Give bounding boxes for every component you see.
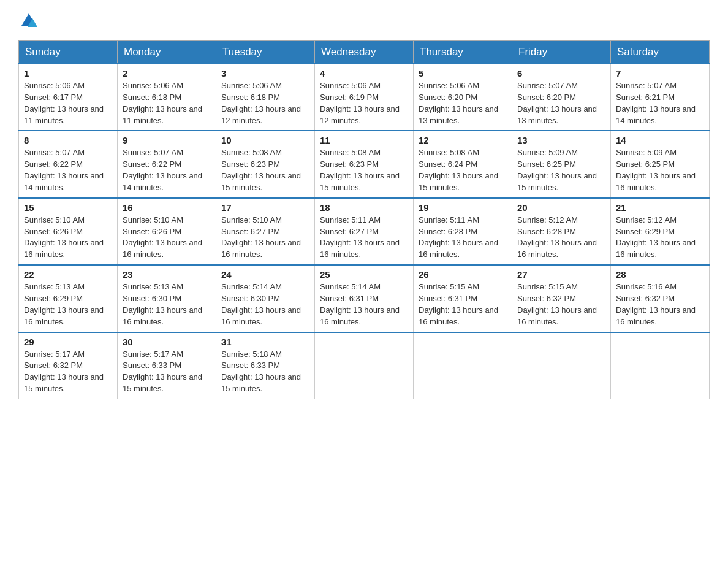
day-number: 25 [320,269,408,280]
week-row-3: 15 Sunrise: 5:10 AMSunset: 6:26 PMDaylig… [19,198,710,265]
day-number: 29 [24,337,112,347]
day-number: 11 [320,135,408,145]
day-info: Sunrise: 5:14 AMSunset: 6:31 PMDaylight:… [320,282,408,327]
day-number: 7 [616,68,704,79]
calendar-cell: 22 Sunrise: 5:13 AMSunset: 6:29 PMDaylig… [19,265,118,332]
day-info: Sunrise: 5:06 AMSunset: 6:19 PMDaylight:… [320,80,408,126]
calendar-header-row: SundayMondayTuesdayWednesdayThursdayFrid… [19,41,710,64]
day-number: 16 [123,202,211,213]
day-number: 5 [419,68,507,79]
calendar-cell: 18 Sunrise: 5:11 AMSunset: 6:27 PMDaylig… [315,198,414,265]
calendar-cell [315,332,414,399]
calendar-cell: 9 Sunrise: 5:07 AMSunset: 6:22 PMDayligh… [118,131,216,197]
day-number: 31 [221,337,309,347]
calendar-cell: 10 Sunrise: 5:08 AMSunset: 6:23 PMDaylig… [216,131,315,197]
day-info: Sunrise: 5:07 AMSunset: 6:22 PMDaylight:… [24,147,112,193]
calendar-cell: 30 Sunrise: 5:17 AMSunset: 6:33 PMDaylig… [118,332,216,399]
day-info: Sunrise: 5:08 AMSunset: 6:23 PMDaylight:… [221,147,309,193]
day-info: Sunrise: 5:06 AMSunset: 6:17 PMDaylight:… [24,80,112,126]
calendar-cell: 6 Sunrise: 5:07 AMSunset: 6:20 PMDayligh… [512,64,611,131]
calendar-cell: 4 Sunrise: 5:06 AMSunset: 6:19 PMDayligh… [315,64,414,131]
calendar-cell: 11 Sunrise: 5:08 AMSunset: 6:23 PMDaylig… [315,131,414,197]
calendar-cell: 21 Sunrise: 5:12 AMSunset: 6:29 PMDaylig… [611,198,710,265]
calendar-cell [512,332,611,399]
calendar-cell: 25 Sunrise: 5:14 AMSunset: 6:31 PMDaylig… [315,265,414,332]
day-number: 6 [517,68,605,79]
calendar-cell: 8 Sunrise: 5:07 AMSunset: 6:22 PMDayligh… [19,131,118,197]
day-header-tuesday: Tuesday [216,41,315,64]
day-number: 23 [123,269,211,280]
logo [18,12,39,29]
day-number: 28 [616,269,704,280]
day-number: 4 [320,68,408,79]
day-info: Sunrise: 5:09 AMSunset: 6:25 PMDaylight:… [517,147,605,193]
day-info: Sunrise: 5:13 AMSunset: 6:29 PMDaylight:… [24,282,112,327]
calendar-cell: 12 Sunrise: 5:08 AMSunset: 6:24 PMDaylig… [414,131,512,197]
calendar-cell: 20 Sunrise: 5:12 AMSunset: 6:28 PMDaylig… [512,198,611,265]
day-header-sunday: Sunday [19,41,118,64]
day-number: 26 [419,269,507,280]
day-info: Sunrise: 5:06 AMSunset: 6:18 PMDaylight:… [123,80,211,126]
day-info: Sunrise: 5:11 AMSunset: 6:28 PMDaylight:… [419,215,507,261]
day-number: 12 [419,135,507,145]
logo-icon [20,12,37,29]
calendar-cell: 28 Sunrise: 5:16 AMSunset: 6:32 PMDaylig… [611,265,710,332]
day-header-saturday: Saturday [611,41,710,64]
day-info: Sunrise: 5:17 AMSunset: 6:32 PMDaylight:… [24,349,112,395]
day-number: 27 [517,269,605,280]
day-number: 21 [616,202,704,213]
day-number: 30 [123,337,211,347]
day-number: 18 [320,202,408,213]
day-info: Sunrise: 5:14 AMSunset: 6:30 PMDaylight:… [221,282,309,327]
day-info: Sunrise: 5:18 AMSunset: 6:33 PMDaylight:… [221,349,309,395]
day-header-wednesday: Wednesday [315,41,414,64]
day-number: 15 [24,202,112,213]
calendar-cell: 23 Sunrise: 5:13 AMSunset: 6:30 PMDaylig… [118,265,216,332]
calendar-cell: 5 Sunrise: 5:06 AMSunset: 6:20 PMDayligh… [414,64,512,131]
day-info: Sunrise: 5:10 AMSunset: 6:27 PMDaylight:… [221,215,309,261]
day-number: 13 [517,135,605,145]
day-info: Sunrise: 5:06 AMSunset: 6:20 PMDaylight:… [419,80,507,126]
week-row-2: 8 Sunrise: 5:07 AMSunset: 6:22 PMDayligh… [19,131,710,197]
calendar-cell: 24 Sunrise: 5:14 AMSunset: 6:30 PMDaylig… [216,265,315,332]
week-row-4: 22 Sunrise: 5:13 AMSunset: 6:29 PMDaylig… [19,265,710,332]
day-number: 24 [221,269,309,280]
calendar-cell: 13 Sunrise: 5:09 AMSunset: 6:25 PMDaylig… [512,131,611,197]
day-info: Sunrise: 5:09 AMSunset: 6:25 PMDaylight:… [616,147,704,193]
day-info: Sunrise: 5:16 AMSunset: 6:32 PMDaylight:… [616,282,704,327]
calendar-cell: 2 Sunrise: 5:06 AMSunset: 6:18 PMDayligh… [118,64,216,131]
day-info: Sunrise: 5:08 AMSunset: 6:24 PMDaylight:… [419,147,507,193]
day-info: Sunrise: 5:07 AMSunset: 6:22 PMDaylight:… [123,147,211,193]
calendar-cell: 3 Sunrise: 5:06 AMSunset: 6:18 PMDayligh… [216,64,315,131]
day-number: 2 [123,68,211,79]
calendar-cell: 16 Sunrise: 5:10 AMSunset: 6:26 PMDaylig… [118,198,216,265]
calendar-cell: 15 Sunrise: 5:10 AMSunset: 6:26 PMDaylig… [19,198,118,265]
day-info: Sunrise: 5:07 AMSunset: 6:20 PMDaylight:… [517,80,605,126]
calendar-cell: 7 Sunrise: 5:07 AMSunset: 6:21 PMDayligh… [611,64,710,131]
week-row-5: 29 Sunrise: 5:17 AMSunset: 6:32 PMDaylig… [19,332,710,399]
calendar-cell: 26 Sunrise: 5:15 AMSunset: 6:31 PMDaylig… [414,265,512,332]
calendar-cell: 29 Sunrise: 5:17 AMSunset: 6:32 PMDaylig… [19,332,118,399]
week-row-1: 1 Sunrise: 5:06 AMSunset: 6:17 PMDayligh… [19,64,710,131]
day-info: Sunrise: 5:10 AMSunset: 6:26 PMDaylight:… [123,215,211,261]
day-header-friday: Friday [512,41,611,64]
day-number: 22 [24,269,112,280]
day-number: 17 [221,202,309,213]
day-info: Sunrise: 5:10 AMSunset: 6:26 PMDaylight:… [24,215,112,261]
day-info: Sunrise: 5:15 AMSunset: 6:32 PMDaylight:… [517,282,605,327]
day-info: Sunrise: 5:12 AMSunset: 6:28 PMDaylight:… [517,215,605,261]
page-header [18,12,710,29]
calendar-cell [414,332,512,399]
day-number: 14 [616,135,704,145]
day-number: 9 [123,135,211,145]
calendar-cell [611,332,710,399]
calendar-cell: 17 Sunrise: 5:10 AMSunset: 6:27 PMDaylig… [216,198,315,265]
calendar-cell: 19 Sunrise: 5:11 AMSunset: 6:28 PMDaylig… [414,198,512,265]
day-number: 1 [24,68,112,79]
day-info: Sunrise: 5:07 AMSunset: 6:21 PMDaylight:… [616,80,704,126]
day-info: Sunrise: 5:17 AMSunset: 6:33 PMDaylight:… [123,349,211,395]
day-header-monday: Monday [118,41,216,64]
day-info: Sunrise: 5:15 AMSunset: 6:31 PMDaylight:… [419,282,507,327]
calendar-cell: 31 Sunrise: 5:18 AMSunset: 6:33 PMDaylig… [216,332,315,399]
calendar-cell: 1 Sunrise: 5:06 AMSunset: 6:17 PMDayligh… [19,64,118,131]
